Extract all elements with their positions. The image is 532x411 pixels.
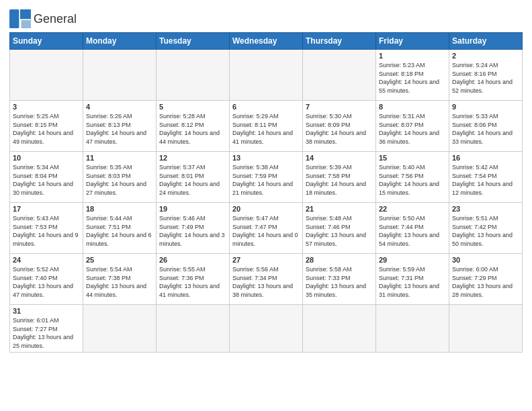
header: General	[9, 7, 523, 28]
day-cell	[303, 50, 376, 101]
day-info: Sunrise: 5:35 AM Sunset: 8:03 PM Dayligh…	[86, 163, 153, 197]
day-info: Sunrise: 5:31 AM Sunset: 8:07 PM Dayligh…	[379, 112, 446, 146]
day-number: 7	[306, 103, 373, 111]
day-cell: 31Sunrise: 6:01 AM Sunset: 7:27 PM Dayli…	[10, 305, 83, 353]
day-cell	[449, 305, 523, 353]
weekday-header-friday: Friday	[376, 33, 449, 50]
day-cell	[230, 50, 303, 101]
day-info: Sunrise: 5:44 AM Sunset: 7:51 PM Dayligh…	[86, 214, 153, 248]
day-cell: 11Sunrise: 5:35 AM Sunset: 8:03 PM Dayli…	[83, 152, 157, 203]
day-number: 8	[379, 103, 446, 111]
day-number: 2	[452, 52, 519, 60]
day-cell: 12Sunrise: 5:37 AM Sunset: 8:01 PM Dayli…	[157, 152, 230, 203]
day-info: Sunrise: 5:25 AM Sunset: 8:15 PM Dayligh…	[13, 112, 80, 146]
weekday-header-tuesday: Tuesday	[157, 33, 230, 50]
day-cell: 30Sunrise: 6:00 AM Sunset: 7:29 PM Dayli…	[449, 254, 523, 305]
day-cell: 19Sunrise: 5:46 AM Sunset: 7:49 PM Dayli…	[157, 203, 230, 254]
day-info: Sunrise: 5:29 AM Sunset: 8:11 PM Dayligh…	[232, 112, 300, 146]
day-info: Sunrise: 5:42 AM Sunset: 7:54 PM Dayligh…	[452, 163, 519, 197]
weekday-header-thursday: Thursday	[303, 33, 376, 50]
day-cell: 15Sunrise: 5:40 AM Sunset: 7:56 PM Dayli…	[376, 152, 449, 203]
day-cell: 13Sunrise: 5:38 AM Sunset: 7:59 PM Dayli…	[230, 152, 303, 203]
week-row-4: 17Sunrise: 5:43 AM Sunset: 7:53 PM Dayli…	[10, 203, 523, 254]
day-cell: 22Sunrise: 5:50 AM Sunset: 7:44 PM Dayli…	[376, 203, 449, 254]
day-info: Sunrise: 5:58 AM Sunset: 7:33 PM Dayligh…	[306, 265, 373, 299]
weekday-header-saturday: Saturday	[449, 33, 523, 50]
day-info: Sunrise: 6:01 AM Sunset: 7:27 PM Dayligh…	[13, 316, 80, 350]
day-number: 17	[13, 205, 80, 213]
calendar-table: SundayMondayTuesdayWednesdayThursdayFrid…	[9, 32, 523, 353]
day-cell: 7Sunrise: 5:30 AM Sunset: 8:09 PM Daylig…	[303, 101, 376, 152]
day-number: 16	[452, 154, 519, 162]
day-cell: 27Sunrise: 5:56 AM Sunset: 7:34 PM Dayli…	[230, 254, 303, 305]
day-number: 19	[159, 205, 226, 213]
day-number: 22	[379, 205, 446, 213]
day-info: Sunrise: 6:00 AM Sunset: 7:29 PM Dayligh…	[452, 265, 519, 299]
day-number: 14	[306, 154, 373, 162]
day-number: 6	[232, 103, 300, 111]
weekday-header-monday: Monday	[83, 33, 157, 50]
day-info: Sunrise: 5:43 AM Sunset: 7:53 PM Dayligh…	[13, 214, 80, 248]
day-info: Sunrise: 5:39 AM Sunset: 7:58 PM Dayligh…	[306, 163, 373, 197]
day-cell: 28Sunrise: 5:58 AM Sunset: 7:33 PM Dayli…	[303, 254, 376, 305]
week-row-5: 24Sunrise: 5:52 AM Sunset: 7:40 PM Dayli…	[10, 254, 523, 305]
day-number: 29	[379, 256, 446, 264]
svg-rect-0	[9, 9, 19, 28]
day-number: 23	[452, 205, 519, 213]
svg-marker-2	[21, 20, 31, 28]
day-number: 15	[379, 154, 446, 162]
day-cell: 16Sunrise: 5:42 AM Sunset: 7:54 PM Dayli…	[449, 152, 523, 203]
day-info: Sunrise: 5:24 AM Sunset: 8:16 PM Dayligh…	[452, 61, 519, 95]
day-number: 28	[306, 256, 373, 264]
day-number: 31	[13, 307, 80, 315]
day-cell: 9Sunrise: 5:33 AM Sunset: 8:06 PM Daylig…	[449, 101, 523, 152]
week-row-6: 31Sunrise: 6:01 AM Sunset: 7:27 PM Dayli…	[10, 305, 523, 353]
day-cell: 1Sunrise: 5:23 AM Sunset: 8:18 PM Daylig…	[376, 50, 449, 101]
day-cell: 24Sunrise: 5:52 AM Sunset: 7:40 PM Dayli…	[10, 254, 83, 305]
weekday-header-sunday: Sunday	[10, 33, 83, 50]
day-cell: 18Sunrise: 5:44 AM Sunset: 7:51 PM Dayli…	[83, 203, 157, 254]
day-number: 27	[232, 256, 300, 264]
week-row-2: 3Sunrise: 5:25 AM Sunset: 8:15 PM Daylig…	[10, 101, 523, 152]
day-cell	[376, 305, 449, 353]
day-number: 4	[86, 103, 153, 111]
day-info: Sunrise: 5:38 AM Sunset: 7:59 PM Dayligh…	[232, 163, 300, 197]
day-cell: 5Sunrise: 5:28 AM Sunset: 8:12 PM Daylig…	[157, 101, 230, 152]
day-cell	[303, 305, 376, 353]
day-number: 21	[306, 205, 373, 213]
day-number: 10	[13, 154, 80, 162]
day-info: Sunrise: 5:40 AM Sunset: 7:56 PM Dayligh…	[379, 163, 446, 197]
day-info: Sunrise: 5:46 AM Sunset: 7:49 PM Dayligh…	[159, 214, 226, 248]
day-cell	[157, 305, 230, 353]
day-cell: 8Sunrise: 5:31 AM Sunset: 8:07 PM Daylig…	[376, 101, 449, 152]
day-info: Sunrise: 5:47 AM Sunset: 7:47 PM Dayligh…	[232, 214, 300, 248]
day-info: Sunrise: 5:56 AM Sunset: 7:34 PM Dayligh…	[232, 265, 300, 299]
day-cell: 25Sunrise: 5:54 AM Sunset: 7:38 PM Dayli…	[83, 254, 157, 305]
day-info: Sunrise: 5:51 AM Sunset: 7:42 PM Dayligh…	[452, 214, 519, 248]
day-info: Sunrise: 5:28 AM Sunset: 8:12 PM Dayligh…	[159, 112, 226, 146]
day-cell: 29Sunrise: 5:59 AM Sunset: 7:31 PM Dayli…	[376, 254, 449, 305]
day-number: 26	[159, 256, 226, 264]
day-info: Sunrise: 5:55 AM Sunset: 7:36 PM Dayligh…	[159, 265, 226, 299]
day-cell: 21Sunrise: 5:48 AM Sunset: 7:46 PM Dayli…	[303, 203, 376, 254]
page: General SundayMondayTuesdayWednesdayThur…	[0, 0, 532, 411]
day-info: Sunrise: 5:54 AM Sunset: 7:38 PM Dayligh…	[86, 265, 153, 299]
week-row-1: 1Sunrise: 5:23 AM Sunset: 8:18 PM Daylig…	[10, 50, 523, 101]
day-info: Sunrise: 5:34 AM Sunset: 8:04 PM Dayligh…	[13, 163, 80, 197]
day-cell: 4Sunrise: 5:26 AM Sunset: 8:13 PM Daylig…	[83, 101, 157, 152]
svg-marker-1	[20, 9, 31, 19]
day-info: Sunrise: 5:33 AM Sunset: 8:06 PM Dayligh…	[452, 112, 519, 146]
day-info: Sunrise: 5:52 AM Sunset: 7:40 PM Dayligh…	[13, 265, 80, 299]
day-cell	[10, 50, 83, 101]
day-cell: 10Sunrise: 5:34 AM Sunset: 8:04 PM Dayli…	[10, 152, 83, 203]
day-number: 30	[452, 256, 519, 264]
weekday-header-wednesday: Wednesday	[230, 33, 303, 50]
day-cell: 14Sunrise: 5:39 AM Sunset: 7:58 PM Dayli…	[303, 152, 376, 203]
logo: General	[9, 9, 77, 28]
day-info: Sunrise: 5:59 AM Sunset: 7:31 PM Dayligh…	[379, 265, 446, 299]
day-number: 1	[379, 52, 446, 60]
day-number: 11	[86, 154, 153, 162]
day-number: 18	[86, 205, 153, 213]
day-cell	[157, 50, 230, 101]
day-number: 25	[86, 256, 153, 264]
